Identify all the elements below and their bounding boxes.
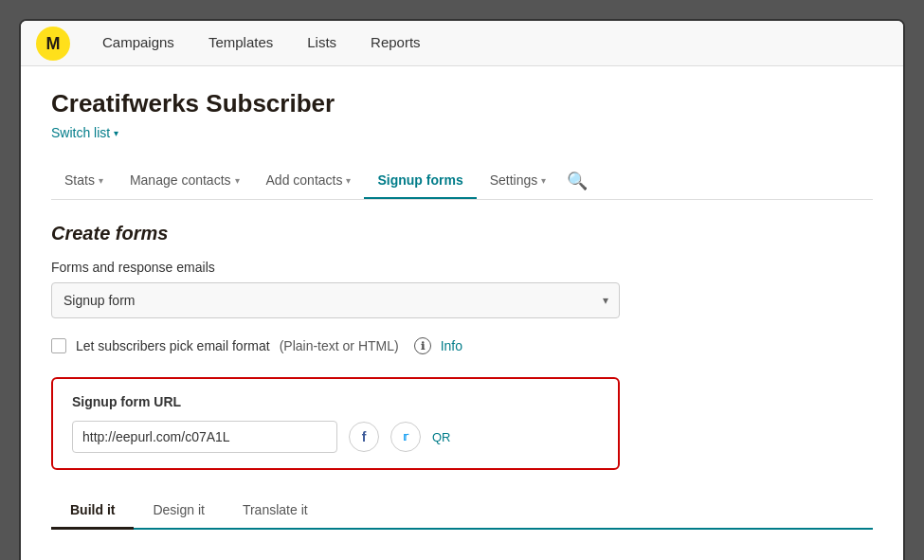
tab-translate-it[interactable]: Translate it: [224, 493, 327, 530]
forms-dropdown-wrapper: Signup form Unsubscribe form Update prof…: [51, 282, 620, 318]
sub-nav-manage-contacts[interactable]: Manage contacts ▾: [117, 163, 253, 199]
search-icon[interactable]: 🔍: [567, 171, 588, 191]
mailchimp-logo[interactable]: M: [36, 27, 70, 61]
sub-nav-signup-forms[interactable]: Signup forms: [364, 163, 476, 199]
nav-campaigns[interactable]: Campaigns: [85, 21, 191, 66]
email-format-row: Let subscribers pick email format (Plain…: [51, 337, 873, 354]
sub-navigation: Stats ▾ Manage contacts ▾ Add contacts ▾…: [51, 163, 873, 200]
svg-text:M: M: [46, 34, 61, 53]
nav-reports[interactable]: Reports: [353, 21, 438, 66]
tab-build-it[interactable]: Build it: [51, 493, 134, 530]
stats-chevron: ▾: [99, 175, 103, 186]
facebook-icon: f: [362, 429, 367, 444]
nav-templates[interactable]: Templates: [191, 21, 290, 66]
page-title: Creatifwerks Subscriber: [51, 89, 873, 118]
manage-contacts-chevron: ▾: [235, 175, 240, 186]
settings-chevron: ▾: [541, 175, 546, 186]
nav-items: Campaigns Templates Lists Reports: [85, 21, 438, 66]
qr-button[interactable]: QR: [432, 430, 451, 444]
sub-nav-settings[interactable]: Settings ▾: [477, 163, 560, 199]
twitter-share-button[interactable]: 𝕣: [390, 422, 421, 452]
checkbox-label: Let subscribers pick email format: [76, 338, 270, 353]
twitter-icon: 𝕣: [403, 430, 408, 443]
signup-form-url-box: Signup form URL f 𝕣 QR: [51, 377, 620, 470]
facebook-share-button[interactable]: f: [349, 422, 379, 452]
sub-nav-add-contacts[interactable]: Add contacts ▾: [253, 163, 365, 199]
url-input[interactable]: [72, 421, 337, 453]
create-forms-section: Create forms Forms and response emails S…: [51, 223, 873, 530]
info-label[interactable]: Info: [441, 338, 462, 353]
switch-list-chevron: ▾: [114, 128, 118, 138]
tab-design-it[interactable]: Design it: [134, 493, 223, 530]
email-format-checkbox[interactable]: [51, 338, 66, 353]
sub-nav-stats[interactable]: Stats ▾: [51, 163, 117, 199]
url-row: f 𝕣 QR: [72, 421, 599, 453]
main-content: Creatifwerks Subscriber Switch list ▾ St…: [21, 66, 903, 552]
info-icon[interactable]: ℹ: [414, 337, 431, 354]
switch-list-button[interactable]: Switch list ▾: [51, 125, 118, 140]
bottom-tabs: Build it Design it Translate it: [51, 493, 873, 530]
top-navigation: M Campaigns Templates Lists Reports: [21, 21, 903, 66]
forms-dropdown[interactable]: Signup form Unsubscribe form Update prof…: [51, 282, 620, 318]
checkbox-subtext: (Plain-text or HTML): [280, 338, 399, 353]
add-contacts-chevron: ▾: [346, 175, 351, 186]
section-title: Create forms: [51, 223, 873, 244]
forms-field-label: Forms and response emails: [51, 260, 873, 275]
nav-lists[interactable]: Lists: [290, 21, 353, 66]
url-box-title: Signup form URL: [72, 394, 599, 409]
